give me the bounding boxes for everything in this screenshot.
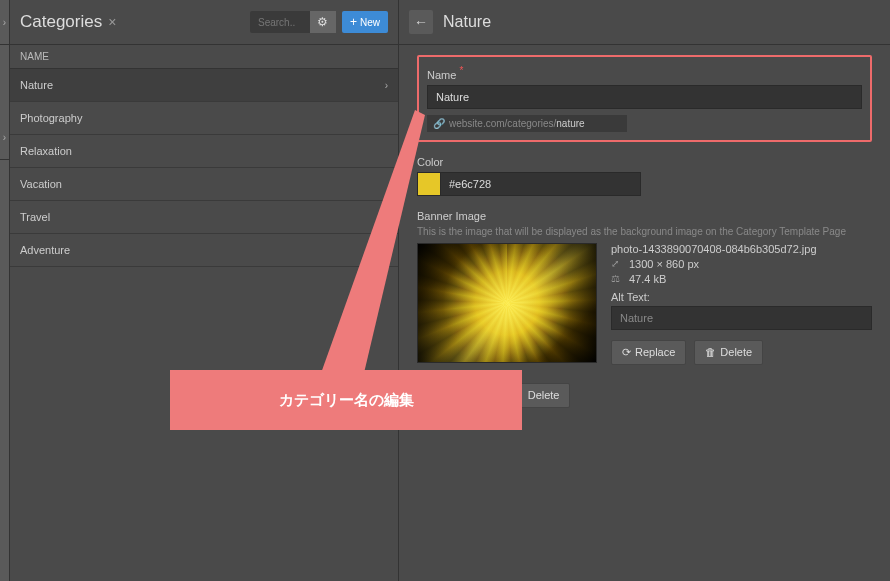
category-row-vacation[interactable]: Vacation [10, 168, 398, 201]
color-swatch[interactable] [417, 172, 441, 196]
list-item-label: Relaxation [20, 145, 72, 157]
chevron-right-icon: › [385, 80, 388, 91]
list-item-label: Adventure [20, 244, 70, 256]
detail-title: Nature [443, 13, 491, 31]
gear-icon[interactable]: ⚙ [310, 11, 336, 33]
search-input[interactable] [250, 11, 310, 33]
trash-icon: 🗑 [705, 346, 716, 358]
category-row-adventure[interactable]: Adventure [10, 234, 398, 267]
file-size: ⚖47.4 kB [611, 273, 872, 285]
banner-helper: This is the image that will be displayed… [417, 226, 872, 237]
list-item-label: Vacation [20, 178, 62, 190]
plus-icon: + [350, 15, 357, 29]
rail-chevron-1[interactable]: › [0, 0, 9, 45]
banner-field: Banner Image This is the image that will… [417, 210, 872, 365]
link-icon: 🔗 [433, 118, 445, 129]
detail-panel: ← Nature Name * 🔗 website.com/categories… [398, 0, 890, 581]
categories-panel: Categories × ⚙ +New NAME Nature› Photogr… [10, 0, 398, 581]
list-item-label: Photography [20, 112, 82, 124]
close-icon[interactable]: × [108, 14, 116, 30]
detail-header: ← Nature [399, 0, 890, 45]
callout-annotation: カテゴリー名の編集 [170, 370, 522, 430]
back-button[interactable]: ← [409, 10, 433, 34]
alt-input[interactable] [611, 306, 872, 330]
color-field: Color [417, 156, 872, 196]
categories-header: Categories × ⚙ +New [10, 0, 398, 45]
delete-image-button[interactable]: 🗑Delete [694, 340, 763, 365]
category-row-nature[interactable]: Nature› [10, 69, 398, 102]
new-button[interactable]: +New [342, 11, 388, 33]
name-label: Name * [427, 65, 862, 81]
url-preview[interactable]: 🔗 website.com/categories/nature [427, 115, 627, 132]
color-label: Color [417, 156, 872, 168]
alt-label: Alt Text: [611, 291, 872, 303]
category-row-photography[interactable]: Photography [10, 102, 398, 135]
category-row-relaxation[interactable]: Relaxation [10, 135, 398, 168]
list-item-label: Nature [20, 79, 53, 91]
replace-button[interactable]: ⟳Replace [611, 340, 686, 365]
expand-icon: ⤢ [611, 258, 625, 269]
weight-icon: ⚖ [611, 273, 625, 284]
name-input[interactable] [427, 85, 862, 109]
column-header-name: NAME [10, 45, 398, 69]
banner-meta: photo-1433890070408-084b6b305d72.jpg ⤢13… [611, 243, 872, 365]
list-item-label: Travel [20, 211, 50, 223]
color-input[interactable] [441, 172, 641, 196]
category-row-travel[interactable]: Travel [10, 201, 398, 234]
banner-thumbnail[interactable] [417, 243, 597, 363]
file-dimensions: ⤢1300 × 860 px [611, 258, 872, 270]
banner-label: Banner Image [417, 210, 872, 222]
edge-rail: › › [0, 0, 10, 581]
rail-chevron-2[interactable]: › [0, 115, 9, 160]
categories-title: Categories [20, 12, 102, 32]
refresh-icon: ⟳ [622, 346, 631, 359]
file-name: photo-1433890070408-084b6b305d72.jpg [611, 243, 872, 255]
name-field-highlight: Name * 🔗 website.com/categories/nature [417, 55, 872, 142]
